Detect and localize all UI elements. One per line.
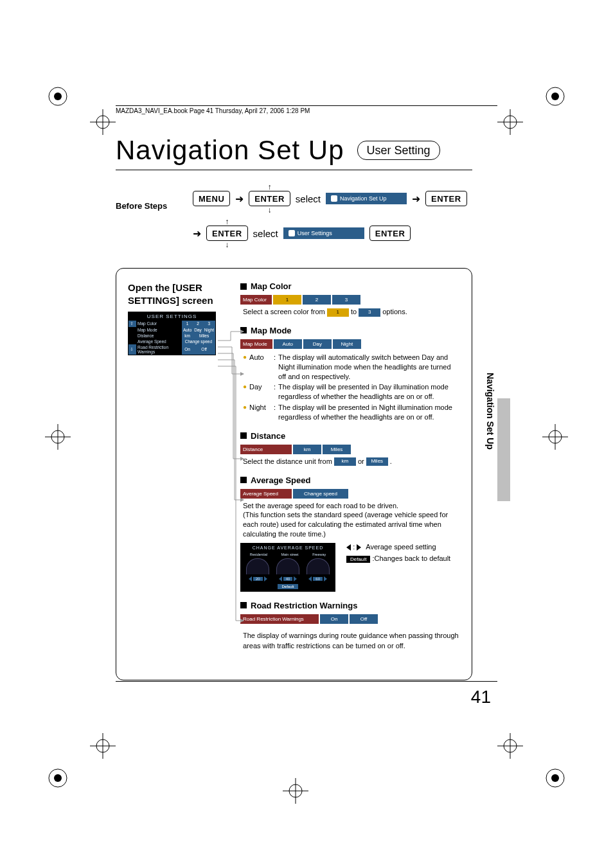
open-screen-heading: Open the [USER SETTINGS] screen [128,281,234,308]
road-restriction-desc: The display of warnings during route gui… [240,630,460,651]
arrow-up-icon [268,183,272,191]
section-distance: Distance Distance km Miles Select the di… [240,431,460,466]
avg-speed-desc: Set the average speed for each road to b… [240,501,460,539]
arrow-down-icon [225,241,229,249]
svg-point-6 [546,769,564,787]
option-bar-map-mode: Map Mode Auto Day Night [240,339,361,349]
crop-mark-icon [497,109,523,135]
flow-row-1: MENU ENTER select Navigation Set Up ENTE… [193,183,472,214]
divider [116,170,472,170]
avg-speed-legend: : Average speed setting Default :Changes… [346,543,450,563]
section-heading: Map Mode [251,326,292,335]
crop-mark-icon [542,84,568,109]
arrow-up-icon [225,218,229,226]
section-heading: Road Restriction Warnings [251,601,357,610]
thumb-tab-icon [497,398,510,501]
option-bar-distance: Distance km Miles [240,445,351,454]
enter-button[interactable]: ENTER [249,191,290,206]
triangle-right-icon [357,544,361,551]
enter-button[interactable]: ENTER [206,226,248,241]
enter-button[interactable]: ENTER [369,226,411,241]
arrow-right-icon [412,193,420,205]
subtitle-pill: User Setting [357,141,440,160]
distance-desc: Select the distance unit from km or Mile… [240,457,460,466]
crop-mark-icon [45,424,71,450]
square-bullet-icon [240,283,247,290]
crop-mark-icon [90,733,116,759]
svg-point-17 [96,116,109,128]
crop-mark-icon [283,778,308,804]
chip-user-settings: User Settings [283,227,364,239]
page-title: Navigation Set Up [116,135,344,166]
arrow-right-icon [235,193,244,205]
screenshot-title: USER SETTINGS [129,312,215,321]
triangle-left-icon [346,544,351,551]
arrow-down-icon [268,206,272,214]
person-icon [289,230,295,236]
svg-point-14 [549,430,562,443]
enter-joystick[interactable]: ENTER [249,183,290,214]
svg-point-3 [551,93,559,100]
svg-point-2 [546,87,564,105]
crop-mark-icon [90,109,116,135]
section-road-restriction: Road Restriction Warnings Road Restricti… [240,601,460,651]
svg-point-7 [551,774,559,782]
enter-joystick[interactable]: ENTER [206,218,248,249]
page-number: 41 [471,687,491,707]
svg-point-5 [54,774,62,782]
user-settings-screenshot: USER SETTINGS ⇧Map Color123 Map ModeAuto… [128,312,216,355]
svg-point-11 [51,430,64,443]
section-heading: Average Speed [251,475,310,485]
svg-point-1 [54,93,62,100]
crop-mark-icon [45,84,71,109]
gauge-icon [276,558,299,574]
section-heading: Map Color [251,281,292,291]
svg-point-20 [504,116,517,128]
gauge-icon [306,558,330,574]
enter-button[interactable]: ENTER [425,191,467,206]
badge-km: km [334,457,356,466]
footer-rule [116,681,497,682]
select-label: select [296,193,321,204]
svg-point-26 [504,740,517,752]
svg-point-23 [96,740,109,752]
header-note: MAZDA3_NAVI_EA.book Page 41 Thursday, Ap… [116,107,310,114]
running-header: MAZDA3_NAVI_EA.book Page 41 Thursday, Ap… [116,105,497,114]
section-average-speed: Average Speed Average Speed Change speed… [240,475,460,592]
badge-miles: Miles [366,457,388,466]
chip-navigation-setup: Navigation Set Up [326,193,407,204]
default-badge: Default [346,556,370,563]
select-label: select [253,228,278,239]
crop-mark-icon [497,733,523,759]
side-tab-label: Navigation Set Up [485,373,495,450]
leader-lines-icon [218,332,250,627]
arrow-right-icon [193,227,201,240]
option-bar-avg-speed: Average Speed Change speed [240,489,348,499]
section-map-mode: Map Mode Map Mode Auto Day Night ●Auto:T… [240,326,460,422]
before-steps-label: Before Steps [116,201,167,211]
option-bar-map-color: Map Color 1 2 3 [240,295,360,305]
option-bar-road-restriction: Road Restriction Warnings On Off [240,614,378,624]
panel: Open the [USER SETTINGS] screen USER SET… [116,268,472,680]
section-heading: Distance [251,431,285,441]
section-map-color: Map Color Map Color 1 2 3 Select a scree… [240,281,460,317]
svg-point-0 [49,87,67,105]
menu-button[interactable]: MENU [193,191,230,206]
wrench-icon [331,195,337,202]
svg-point-8 [289,784,302,797]
badge-1: 1 [327,308,349,317]
flow-row-2: ENTER select User Settings ENTER [193,218,472,249]
map-color-desc: Select a screen color from 1 to 3 option… [240,307,460,317]
crop-mark-icon [542,765,568,791]
crop-mark-icon [45,765,71,791]
crop-mark-icon [542,424,568,450]
svg-point-4 [49,769,67,787]
change-average-speed-screenshot: CHANGE AVERAGE SPEED Residential Main st… [240,543,335,592]
gauge-icon [246,558,269,574]
badge-3: 3 [359,308,380,317]
side-tab: Navigation Set Up [483,347,497,475]
